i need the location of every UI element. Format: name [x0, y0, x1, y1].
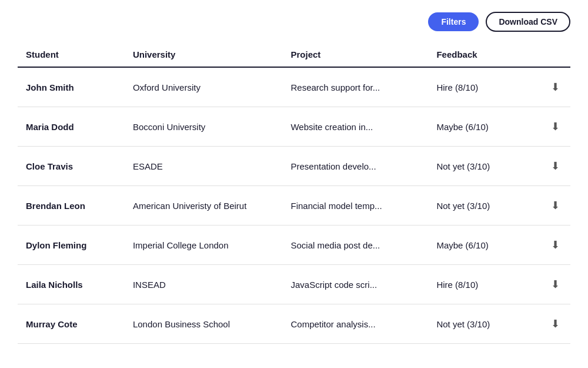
students-table: Student University Project Feedback John… [18, 44, 570, 344]
cell-download-action: ⬇ [540, 304, 570, 344]
cell-student-name: Laila Nicholls [18, 265, 127, 304]
download-icon[interactable]: ⬇ [551, 81, 560, 94]
column-header-student: Student [18, 44, 127, 67]
cell-student-name: Dylon Fleming [18, 226, 127, 265]
cell-project: JavaScript code scri... [285, 265, 430, 304]
cell-feedback: Not yet (3/10) [430, 147, 540, 186]
table-row: John SmithOxford UniversityResearch supp… [18, 67, 570, 107]
download-icon[interactable]: ⬇ [551, 317, 560, 330]
download-icon[interactable]: ⬇ [551, 120, 560, 133]
cell-university: Imperial College London [127, 226, 285, 265]
filters-button[interactable]: Filters [428, 12, 479, 31]
cell-feedback: Maybe (6/10) [430, 226, 540, 265]
column-header-feedback: Feedback [430, 44, 540, 67]
cell-university: American Univeristy of Beirut [127, 186, 285, 226]
column-header-project: Project [285, 44, 430, 67]
table-row: Maria DoddBocconi UniversityWebsite crea… [18, 107, 570, 147]
cell-feedback: Hire (8/10) [430, 67, 540, 107]
table-row: Brendan LeonAmerican Univeristy of Beiru… [18, 186, 570, 226]
download-icon[interactable]: ⬇ [551, 278, 560, 291]
cell-download-action: ⬇ [540, 226, 570, 265]
cell-student-name: Maria Dodd [18, 107, 127, 147]
cell-project: Social media post de... [285, 226, 430, 265]
cell-download-action: ⬇ [540, 147, 570, 186]
cell-project: Financial model temp... [285, 186, 430, 226]
cell-student-name: John Smith [18, 67, 127, 107]
table-row: Cloe TravisESADEPresentation develo...No… [18, 147, 570, 186]
cell-project: Competitor analysis... [285, 304, 430, 344]
cell-feedback: Hire (8/10) [430, 265, 540, 304]
cell-feedback: Not yet (3/10) [430, 304, 540, 344]
cell-student-name: Cloe Travis [18, 147, 127, 186]
table-row: Murray CoteLondon Business SchoolCompeti… [18, 304, 570, 344]
cell-download-action: ⬇ [540, 265, 570, 304]
cell-download-action: ⬇ [540, 67, 570, 107]
cell-university: Oxford University [127, 67, 285, 107]
column-header-university: University [127, 44, 285, 67]
page-container: Filters Download CSV Student University … [0, 0, 588, 356]
column-header-action [540, 44, 570, 67]
cell-download-action: ⬇ [540, 107, 570, 147]
cell-project: Website creation in... [285, 107, 430, 147]
table-row: Laila NichollsINSEADJavaScript code scri… [18, 265, 570, 304]
cell-download-action: ⬇ [540, 186, 570, 226]
download-icon[interactable]: ⬇ [551, 199, 560, 212]
cell-university: ESADE [127, 147, 285, 186]
cell-student-name: Brendan Leon [18, 186, 127, 226]
cell-student-name: Murray Cote [18, 304, 127, 344]
table-row: Dylon FlemingImperial College LondonSoci… [18, 226, 570, 265]
cell-feedback: Not yet (3/10) [430, 186, 540, 226]
download-icon[interactable]: ⬇ [551, 160, 560, 173]
table-header-row: Student University Project Feedback [18, 44, 570, 67]
download-icon[interactable]: ⬇ [551, 238, 560, 251]
download-csv-button[interactable]: Download CSV [486, 12, 570, 32]
cell-university: INSEAD [127, 265, 285, 304]
cell-project: Research support for... [285, 67, 430, 107]
cell-project: Presentation develo... [285, 147, 430, 186]
cell-university: Bocconi University [127, 107, 285, 147]
cell-feedback: Maybe (6/10) [430, 107, 540, 147]
toolbar: Filters Download CSV [18, 12, 570, 32]
cell-university: London Business School [127, 304, 285, 344]
